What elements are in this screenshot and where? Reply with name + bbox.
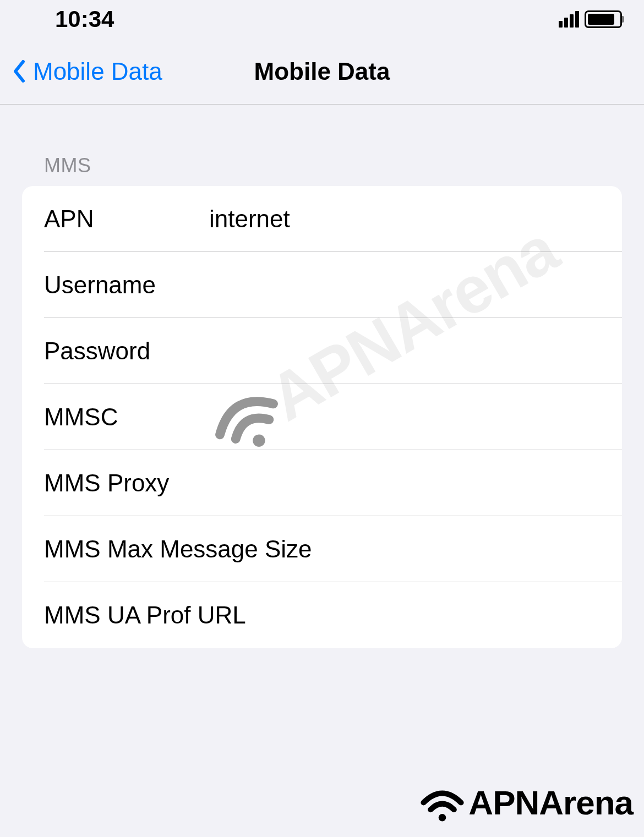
mms-proxy-label: MMS Proxy	[44, 469, 209, 497]
chevron-left-icon	[11, 59, 28, 84]
mms-ua-input[interactable]	[246, 601, 600, 629]
footer-brand: APNArena	[419, 779, 633, 826]
password-row[interactable]: Password	[22, 318, 622, 384]
footer-brand-text: APNArena	[468, 783, 633, 822]
username-row[interactable]: Username	[22, 252, 622, 318]
page-title: Mobile Data	[254, 58, 390, 85]
svg-point-1	[439, 814, 446, 822]
apn-input[interactable]	[209, 205, 600, 233]
battery-icon	[585, 10, 622, 28]
username-input[interactable]	[209, 271, 600, 299]
mms-max-row[interactable]: MMS Max Message Size	[22, 516, 622, 582]
navigation-bar: Mobile Data Mobile Data	[0, 39, 644, 105]
back-button[interactable]: Mobile Data	[0, 58, 162, 85]
settings-group-mms: APN Username Password MMSC MMS Proxy MMS…	[22, 186, 622, 648]
password-label: Password	[44, 337, 209, 365]
status-indicators	[559, 10, 622, 28]
mms-proxy-input[interactable]	[209, 469, 600, 497]
mmsc-label: MMSC	[44, 403, 209, 431]
mms-max-input[interactable]	[312, 535, 614, 563]
apn-row[interactable]: APN	[22, 186, 622, 252]
mmsc-input[interactable]	[209, 403, 600, 431]
mms-ua-label: MMS UA Prof URL	[44, 601, 246, 629]
content-area: MMS APN Username Password MMSC MMS Proxy	[0, 105, 644, 648]
status-time: 10:34	[55, 6, 114, 32]
mms-max-label: MMS Max Message Size	[44, 535, 312, 563]
mms-ua-row[interactable]: MMS UA Prof URL	[22, 582, 622, 648]
password-input[interactable]	[209, 337, 600, 365]
cellular-signal-icon	[559, 11, 579, 28]
mmsc-row[interactable]: MMSC	[22, 384, 622, 450]
status-bar: 10:34	[0, 0, 644, 39]
apn-label: APN	[44, 205, 209, 233]
mms-proxy-row[interactable]: MMS Proxy	[22, 450, 622, 516]
back-label: Mobile Data	[33, 58, 162, 85]
username-label: Username	[44, 271, 209, 299]
wifi-icon	[419, 779, 466, 826]
section-header-mms: MMS	[22, 105, 622, 186]
